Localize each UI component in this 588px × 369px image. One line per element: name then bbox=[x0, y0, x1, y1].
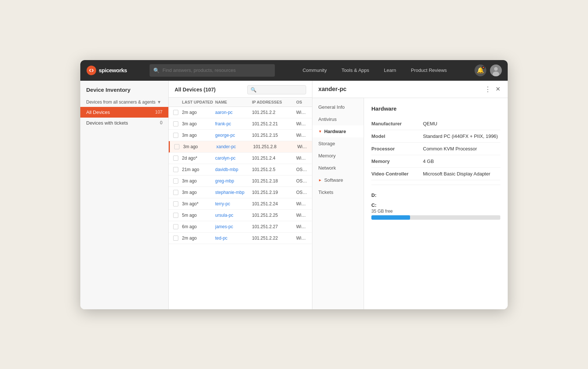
cell-updated: 2m ago bbox=[182, 110, 215, 115]
detail-close-button[interactable]: ✕ bbox=[494, 86, 502, 93]
detail-nav-item-software[interactable]: ►Software bbox=[312, 174, 364, 186]
table-row[interactable]: 3m ago* terry-pc 101.251.2.24 Windows 7 … bbox=[169, 198, 312, 210]
hw-field-value: Common KVM Processor bbox=[423, 142, 500, 155]
nav-link-reviews[interactable]: Product Reviews bbox=[403, 60, 454, 81]
device-search-wrap[interactable]: 🔍 bbox=[247, 85, 306, 94]
hardware-section-title: Hardware bbox=[371, 105, 500, 112]
cell-name: george-pc bbox=[215, 133, 252, 138]
table-row[interactable]: 2m ago ted-pc 101.251.2.22 Windows 7 Pr bbox=[169, 233, 312, 244]
cell-ip: 101.251.2.5 bbox=[252, 167, 296, 172]
row-checkbox[interactable] bbox=[173, 156, 178, 161]
row-checkbox[interactable] bbox=[173, 133, 178, 138]
search-input[interactable] bbox=[162, 67, 271, 73]
col-checkbox bbox=[173, 100, 182, 104]
row-checkbox[interactable] bbox=[173, 224, 178, 229]
cell-ip: 101.251.2.21 bbox=[252, 121, 296, 126]
hardware-field-row: Manufacturer QEMU bbox=[371, 118, 500, 130]
table-row[interactable]: 3m ago frank-pc 101.251.2.21 Windows 7 P… bbox=[169, 118, 312, 130]
detail-nav-item-storage[interactable]: Storage bbox=[312, 137, 364, 150]
drive-bar-wrap bbox=[371, 215, 500, 220]
cell-updated: 3m ago* bbox=[182, 201, 215, 206]
detail-nav-item-hardware[interactable]: ▼Hardware bbox=[312, 125, 364, 137]
detail-nav-item-tickets[interactable]: Tickets bbox=[312, 186, 364, 198]
cell-os: OSX El Capita bbox=[296, 167, 308, 172]
table-row[interactable]: 21m ago davidb-mbp 101.251.2.5 OSX El Ca… bbox=[169, 164, 312, 175]
cell-os: Windows 8 Pr bbox=[296, 110, 308, 115]
nav-link-community[interactable]: Community bbox=[295, 60, 334, 81]
sidebar-title: Device Inventory bbox=[80, 87, 168, 97]
cell-name: davidb-mbp bbox=[215, 167, 252, 172]
table-row[interactable]: 5m ago ursula-pc 101.251.2.25 Windows 7 … bbox=[169, 210, 312, 221]
hardware-divider bbox=[371, 185, 500, 185]
detail-nav-label: Memory bbox=[318, 153, 336, 159]
row-checkbox[interactable] bbox=[173, 167, 178, 172]
cell-os: Windows 7 Pr bbox=[296, 236, 308, 241]
cell-os: OSX Yosemite bbox=[296, 178, 308, 184]
device-search-icon: 🔍 bbox=[251, 87, 256, 93]
svg-point-1 bbox=[90, 69, 92, 72]
sidebar-item-devices-with-tickets[interactable]: Devices with tickets 0 bbox=[80, 118, 168, 128]
table-row[interactable]: 3m ago greg-mbp 101.251.2.18 OSX Yosemit… bbox=[169, 175, 312, 187]
hardware-field-row: Video Controller Microsoft Basic Display… bbox=[371, 167, 500, 180]
cell-ip: 101.251.2.24 bbox=[252, 201, 296, 206]
sidebar-filter-dropdown[interactable]: Devices from all scanners & agents ▼ bbox=[80, 97, 168, 107]
cell-os: Windows 7 Pr bbox=[296, 133, 308, 138]
col-os: OS bbox=[296, 100, 308, 104]
filter-arrow-icon: ▼ bbox=[157, 100, 161, 105]
table-row[interactable]: 6m ago james-pc 101.251.2.27 Windows 7 P… bbox=[169, 221, 312, 233]
row-checkbox[interactable] bbox=[174, 144, 179, 149]
device-list-panel: All Devices (107) 🔍 Last Updated Name IP… bbox=[169, 81, 312, 309]
cell-name: ursula-pc bbox=[215, 213, 252, 218]
sidebar-item-tickets-label: Devices with tickets bbox=[86, 120, 160, 126]
nav-link-learn[interactable]: Learn bbox=[377, 60, 403, 81]
detail-nav-item-network[interactable]: Network bbox=[312, 162, 364, 174]
detail-panel: xander-pc ⋮ ✕ General InfoAntivirus▼Hard… bbox=[312, 81, 508, 309]
row-checkbox[interactable] bbox=[173, 236, 178, 241]
cell-name: james-pc bbox=[215, 224, 252, 229]
table-row[interactable]: 3m ago george-pc 101.251.2.15 Windows 7 … bbox=[169, 130, 312, 141]
detail-nav-item-general-info[interactable]: General Info bbox=[312, 101, 364, 113]
cell-name: aaron-pc bbox=[215, 110, 252, 115]
row-checkbox[interactable] bbox=[173, 201, 178, 206]
drive-bar-fill bbox=[371, 215, 410, 220]
cell-ip: 101.251.2.4 bbox=[252, 156, 296, 161]
cell-name: greg-mbp bbox=[215, 178, 252, 184]
nav-links: Community Tools & Apps Learn Product Rev… bbox=[279, 60, 470, 81]
hw-field-label: Video Controller bbox=[371, 167, 423, 180]
cell-name: frank-pc bbox=[215, 121, 252, 126]
user-avatar[interactable] bbox=[490, 65, 502, 76]
detail-nav-label: Hardware bbox=[324, 129, 346, 134]
notification-bell-button[interactable]: 🔔 bbox=[475, 65, 486, 76]
detail-nav-item-memory[interactable]: Memory bbox=[312, 150, 364, 162]
row-checkbox[interactable] bbox=[173, 178, 178, 184]
device-table: Last Updated Name IP Addresses OS 2m ago… bbox=[169, 98, 312, 309]
row-checkbox[interactable] bbox=[173, 213, 178, 218]
drives-container: D:C:35 GB free bbox=[371, 192, 500, 220]
hw-field-value: Standard PC (i440FX + PIIX, 1996) bbox=[423, 130, 500, 142]
main-body: Device Inventory Devices from all scanne… bbox=[80, 81, 508, 309]
table-row[interactable]: 3m ago xander-pc 101.251.2.8 Windows 7 P… bbox=[169, 141, 312, 153]
cell-ip: 101.251.2.19 bbox=[252, 190, 296, 195]
detail-device-title: xander-pc bbox=[318, 86, 482, 93]
table-row[interactable]: 2m ago aaron-pc 101.251.2.2 Windows 8 Pr bbox=[169, 107, 312, 118]
hardware-content: Hardware Manufacturer QEMU Model Standar… bbox=[364, 98, 508, 309]
logo-icon bbox=[86, 65, 97, 76]
table-row[interactable]: 3m ago stephanie-mbp 101.251.2.19 OSX El… bbox=[169, 187, 312, 198]
hardware-field-row: Model Standard PC (i440FX + PIIX, 1996) bbox=[371, 130, 500, 142]
row-checkbox[interactable] bbox=[173, 110, 178, 115]
nav-link-tools[interactable]: Tools & Apps bbox=[334, 60, 377, 81]
logo-text: spiceworks bbox=[99, 67, 127, 73]
device-search-input[interactable] bbox=[259, 87, 303, 92]
search-bar[interactable]: 🔍 bbox=[150, 64, 275, 77]
detail-nav-item-antivirus[interactable]: Antivirus bbox=[312, 113, 364, 125]
row-checkbox[interactable] bbox=[173, 121, 178, 126]
detail-menu-button[interactable]: ⋮ bbox=[482, 85, 494, 93]
row-checkbox[interactable] bbox=[173, 190, 178, 195]
sidebar: Device Inventory Devices from all scanne… bbox=[80, 81, 169, 309]
sidebar-item-all-devices[interactable]: All Devices 107 bbox=[80, 107, 168, 118]
drive-name: D: bbox=[371, 192, 500, 198]
notification-dot bbox=[482, 66, 485, 69]
table-row[interactable]: 2d ago* carolyn-pc 101.251.2.4 Windows 7… bbox=[169, 153, 312, 164]
col-name: Name bbox=[215, 100, 252, 104]
hw-field-label: Memory bbox=[371, 155, 423, 167]
